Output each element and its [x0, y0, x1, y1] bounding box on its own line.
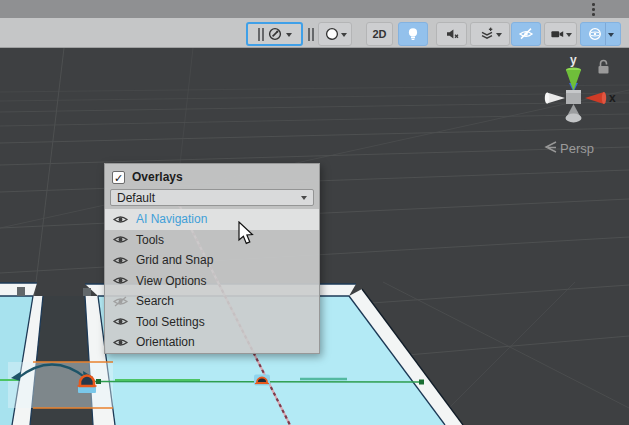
gizmos-sphere-icon [587, 26, 603, 42]
eye-icon[interactable] [113, 337, 128, 348]
gizmo-y-label: y [570, 53, 577, 67]
audio-toggle[interactable] [436, 22, 467, 46]
scene-lighting-toggle[interactable] [398, 22, 428, 46]
gizmos-dropdown-button[interactable] [580, 22, 621, 46]
dropdown-caret-icon [286, 33, 292, 40]
menu-item-label: View Options [136, 274, 206, 288]
effects-layers-icon [479, 26, 495, 42]
divider [605, 23, 606, 45]
draw-mode-button[interactable] [318, 22, 352, 46]
navmesh-link-icon-small[interactable] [254, 375, 270, 386]
overlays-menu-header: ✓ Overlays [105, 164, 319, 188]
camera-icon [549, 26, 565, 42]
overlays-enabled-checkbox[interactable]: ✓ [112, 171, 125, 184]
dropdown-caret-icon [496, 33, 502, 40]
menu-item-label: Tool Settings [136, 315, 205, 329]
eye-icon[interactable] [113, 214, 128, 225]
menu-item-ai-navigation[interactable]: AI Navigation [105, 209, 319, 230]
eye-slash-icon [518, 26, 534, 42]
menu-item-search[interactable]: Search [105, 291, 319, 312]
preset-value: Default [117, 191, 301, 205]
scene-view-toolbar: 2D [0, 18, 629, 48]
audio-muted-icon [444, 26, 460, 42]
overlay-preset-dropdown[interactable]: Default [110, 189, 314, 206]
dropdown-caret-icon [341, 33, 347, 40]
eye-icon[interactable] [113, 316, 128, 327]
eye-icon[interactable] [113, 234, 128, 245]
lightbulb-icon [405, 26, 421, 42]
window-title-strip [0, 0, 629, 18]
menu-item-label: Orientation [136, 335, 195, 349]
gizmo-x-label: x [609, 91, 616, 105]
eye-off-icon[interactable] [113, 296, 128, 307]
menu-item-label: Grid and Snap [136, 253, 213, 267]
toolbar-drag-handle[interactable] [305, 22, 317, 46]
overlays-popup-menu: ✓ Overlays Default AI Navigation Tools [104, 163, 320, 354]
camera-settings-button[interactable] [544, 22, 577, 46]
menu-item-label: Tools [136, 233, 164, 247]
eye-icon[interactable] [113, 255, 128, 266]
dropdown-caret-icon [301, 196, 307, 203]
dropdown-caret-icon [566, 33, 572, 40]
overlays-menu-title: Overlays [132, 170, 183, 184]
projection-label: Persp [560, 141, 594, 156]
navmesh-link-icon[interactable] [78, 376, 97, 393]
drag-handle-icon[interactable] [258, 28, 264, 41]
overflow-menu-icon[interactable] [592, 3, 595, 18]
menu-item-view-options[interactable]: View Options [105, 271, 319, 292]
wall-post [17, 287, 25, 296]
toggle-2d-button[interactable]: 2D [366, 22, 393, 46]
menu-item-grid-and-snap[interactable]: Grid and Snap [105, 250, 319, 271]
eye-icon[interactable] [113, 275, 128, 286]
scene-visibility-toggle[interactable] [511, 22, 541, 46]
unity-scene-view-window: y x Persp [0, 0, 629, 425]
dropdown-caret-icon [608, 33, 614, 40]
wall-post [83, 288, 91, 296]
overlay-compass-icon [267, 26, 283, 42]
effects-dropdown-button[interactable] [470, 22, 510, 46]
mouse-cursor [237, 221, 257, 247]
navmesh-link-area [8, 362, 113, 408]
2d-label: 2D [372, 28, 386, 40]
menu-item-label: Search [136, 294, 174, 308]
menu-item-orientation[interactable]: Orientation [105, 332, 319, 353]
shading-sphere-icon [324, 26, 340, 42]
menu-item-label: AI Navigation [136, 212, 207, 226]
menu-item-tools[interactable]: Tools [105, 230, 319, 251]
menu-item-tool-settings[interactable]: Tool Settings [105, 312, 319, 333]
overlays-toolbar-button[interactable] [246, 22, 303, 46]
drag-handle-icon [308, 28, 314, 41]
